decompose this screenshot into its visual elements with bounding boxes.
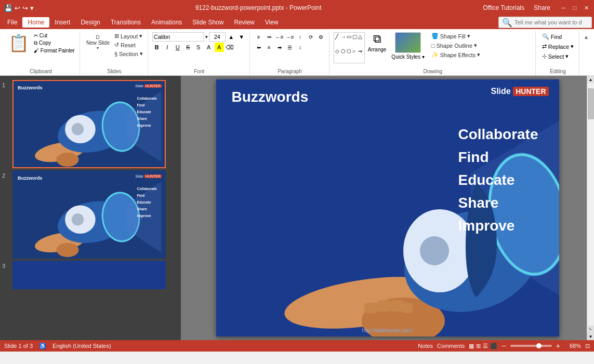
shape-round-rect[interactable]: ▢ — [352, 34, 358, 48]
slide-thumb-2[interactable]: 2 Buzzwords Slide HUNTER — [2, 170, 179, 259]
ribbon-collapse[interactable]: ▲ — [580, 31, 592, 75]
smart-art-button[interactable]: ⚙ — [316, 32, 326, 42]
help-search-input[interactable] — [514, 19, 582, 25]
slide-thumb-3[interactable]: 3 — [2, 261, 179, 289]
comments-button[interactable]: Comments — [437, 343, 465, 349]
font-name-input[interactable] — [152, 32, 204, 42]
strikethrough-button[interactable]: S — [183, 43, 193, 52]
help-search-box[interactable]: 🔍 — [498, 17, 592, 28]
menu-file[interactable]: File — [2, 17, 22, 28]
shape-arrow[interactable]: ⇒ — [358, 48, 363, 62]
menu-view[interactable]: View — [260, 17, 284, 28]
numbers-button[interactable]: ≔ — [265, 32, 274, 42]
clear-format-button[interactable]: ⌫ — [225, 43, 234, 52]
close-button[interactable]: ✕ — [583, 4, 590, 11]
columns-button[interactable]: ⫶ — [296, 32, 305, 42]
underline-button[interactable]: U — [173, 43, 182, 52]
new-slide-button[interactable]: 🗋 New Slide ▾ — [84, 32, 112, 52]
slide-sorter-button[interactable]: ⊞ — [476, 343, 481, 349]
bold-button[interactable]: B — [152, 43, 162, 52]
shape-outline-button[interactable]: □ Shape Outline ▾ — [430, 42, 482, 49]
zoom-in-button[interactable]: + — [556, 342, 560, 350]
shape-effects-button[interactable]: ✨ Shape Effects ▾ — [430, 51, 482, 59]
line-spacing-button[interactable]: ↕ — [296, 43, 305, 52]
align-left-button[interactable]: ⬅ — [254, 43, 263, 52]
shape-line[interactable]: ╱ — [335, 34, 340, 48]
zoom-out-button[interactable]: ─ — [501, 342, 506, 349]
find-button[interactable]: 🔍 Find — [540, 32, 576, 41]
shape-rect[interactable]: ▭ — [347, 34, 352, 48]
menu-insert[interactable]: Insert — [49, 17, 75, 28]
text-direction-button[interactable]: ⟳ — [306, 32, 315, 42]
menu-slideshow[interactable]: Slide Show — [187, 17, 229, 28]
replace-button[interactable]: ⇄ Replace ▾ — [540, 42, 576, 51]
zoom-expand-button[interactable]: ⤡ — [587, 326, 594, 333]
align-right-button[interactable]: ➡ — [275, 43, 284, 52]
quick-styles-preview[interactable] — [395, 32, 421, 53]
shape-diamond[interactable]: ◇ — [335, 48, 340, 62]
layout-button[interactable]: ⊞ Layout ▾ — [113, 32, 144, 40]
select-button[interactable]: ⊹ Select ▾ — [540, 52, 576, 61]
scroll-down-button[interactable]: ▼ — [587, 333, 594, 340]
save-icon[interactable]: 💾 — [4, 4, 12, 12]
shape-pentagon[interactable]: ⬠ — [341, 48, 346, 62]
slide-image-2[interactable]: Buzzwords Slide HUNTER Collaborate — [12, 170, 166, 259]
arrange-label[interactable]: Arrange — [368, 47, 387, 52]
menu-home[interactable]: Home — [22, 17, 49, 28]
font-size-input[interactable] — [209, 32, 226, 42]
slide-thumb-1[interactable]: 1 Buzzwords Slide HUNTER — [2, 80, 179, 168]
zoom-thumb[interactable] — [536, 343, 542, 348]
menu-animations[interactable]: Animations — [146, 17, 187, 28]
shape-grid[interactable]: ╱ → ▭ ▢ △ ◇ ⬠ ⬡ ○ ⇒ — [334, 32, 365, 63]
fit-to-window-button[interactable]: ⊡ — [585, 343, 590, 349]
indent-decrease-button[interactable]: ←≡ — [275, 32, 284, 42]
slide-image-1[interactable]: Buzzwords Slide HUNTER — [12, 80, 166, 168]
scroll-thumb[interactable] — [588, 88, 594, 119]
restore-button[interactable]: □ — [571, 4, 578, 11]
scroll-up-button[interactable]: ▲ — [587, 76, 594, 83]
menu-review[interactable]: Review — [229, 17, 259, 28]
office-tutorials-link[interactable]: Office Tutorials — [483, 4, 524, 11]
accessibility-icon[interactable]: ♿ — [39, 343, 46, 349]
zoom-level[interactable]: 68% — [564, 343, 581, 349]
customize-qat-icon[interactable]: ▾ — [30, 4, 34, 12]
normal-view-button[interactable]: ▦ — [469, 343, 474, 349]
shape-fill-button[interactable]: 🪣 Shape Fill ▾ — [430, 32, 482, 40]
redo-icon[interactable]: ↪ — [22, 4, 28, 12]
font-name-arrow[interactable]: ▾ — [205, 34, 208, 39]
language-label[interactable]: English (United States) — [52, 343, 111, 349]
copy-button[interactable]: ⧉ Copy — [32, 39, 76, 47]
slide-image-3[interactable] — [12, 261, 166, 289]
minimize-button[interactable]: ─ — [560, 4, 567, 11]
shape-triangle[interactable]: △ — [358, 34, 363, 48]
highlight-button[interactable]: A — [215, 43, 224, 52]
collapse-ribbon-icon[interactable]: ▲ — [582, 33, 591, 41]
arrange-icon[interactable]: ⧉ — [373, 32, 381, 46]
quick-styles-label[interactable]: Quick Styles ▾ — [391, 54, 424, 60]
indent-increase-button[interactable]: →≡ — [285, 32, 295, 42]
zoom-slider[interactable] — [510, 345, 552, 347]
shadow-button[interactable]: S — [194, 43, 203, 52]
menu-design[interactable]: Design — [75, 17, 105, 28]
font-color-button[interactable]: A — [204, 43, 214, 52]
reading-view-button[interactable]: ☰ — [483, 343, 488, 349]
menu-transitions[interactable]: Transitions — [105, 17, 146, 28]
undo-icon[interactable]: ↩ — [15, 4, 20, 12]
slide-canvas[interactable]: Buzzwords Slide HUNTER — [216, 79, 559, 336]
italic-button[interactable]: I — [163, 43, 172, 52]
format-painter-button[interactable]: 🖌 Format Painter — [32, 47, 76, 54]
shape-hexagon[interactable]: ⬡ — [347, 48, 352, 62]
shape-ellipse[interactable]: ○ — [352, 48, 358, 62]
section-button[interactable]: § Section ▾ — [113, 50, 144, 58]
presenter-view-button[interactable]: ⬛ — [490, 343, 497, 349]
shape-arrow-line[interactable]: → — [341, 34, 346, 48]
align-center-button[interactable]: ≡ — [265, 43, 274, 52]
bullets-button[interactable]: ≡ — [254, 32, 263, 42]
font-size-up-button[interactable]: ▲ — [227, 32, 236, 42]
reset-button[interactable]: ↺ Reset — [113, 41, 144, 49]
justify-button[interactable]: ☰ — [285, 43, 295, 52]
notes-button[interactable]: Notes — [418, 343, 433, 349]
font-size-down-button[interactable]: ▼ — [237, 32, 246, 42]
paste-button[interactable]: 📋 — [5, 32, 32, 54]
cut-button[interactable]: ✂ Cut — [32, 32, 76, 39]
